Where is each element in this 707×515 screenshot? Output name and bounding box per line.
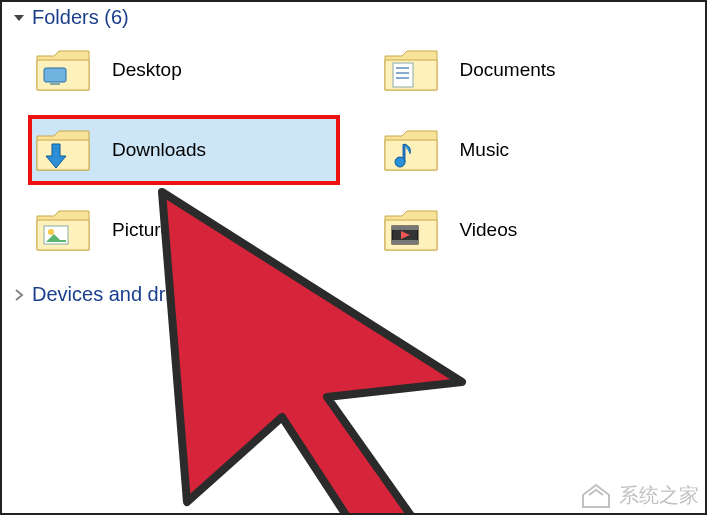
- svg-rect-1: [50, 82, 60, 85]
- folder-item-desktop[interactable]: Desktop: [30, 37, 338, 103]
- collapse-icon: [12, 11, 26, 25]
- watermark-text: 系统之家: [619, 482, 699, 509]
- documents-folder-icon: [382, 46, 440, 94]
- folders-section-header[interactable]: Folders (6): [2, 2, 705, 37]
- videos-folder-icon: [382, 206, 440, 254]
- folder-label: Videos: [460, 219, 518, 241]
- folders-header-label: Folders (6): [32, 6, 129, 29]
- svg-rect-10: [392, 226, 418, 230]
- watermark: 系统之家: [579, 481, 699, 509]
- folder-item-music[interactable]: Music: [378, 117, 686, 183]
- svg-point-6: [395, 157, 405, 167]
- folders-grid: Desktop Documents Downloads: [2, 37, 705, 273]
- desktop-folder-icon: [34, 46, 92, 94]
- svg-rect-11: [392, 240, 418, 244]
- music-folder-icon: [382, 126, 440, 174]
- folder-item-documents[interactable]: Documents: [378, 37, 686, 103]
- folder-label: Desktop: [112, 59, 182, 81]
- folder-item-videos[interactable]: Videos: [378, 197, 686, 263]
- folder-label: Music: [460, 139, 510, 161]
- expand-icon: [12, 288, 26, 302]
- downloads-folder-icon: [34, 126, 92, 174]
- folder-label: Downloads: [112, 139, 206, 161]
- folder-label: Pictures: [112, 219, 181, 241]
- watermark-logo-icon: [579, 481, 613, 509]
- folder-item-downloads[interactable]: Downloads: [30, 117, 338, 183]
- devices-header-label: Devices and drives (2): [32, 283, 231, 306]
- svg-rect-0: [44, 68, 66, 82]
- svg-point-8: [48, 229, 54, 235]
- devices-section-header[interactable]: Devices and drives (2): [2, 279, 705, 314]
- folder-item-pictures[interactable]: Pictures: [30, 197, 338, 263]
- pictures-folder-icon: [34, 206, 92, 254]
- svg-rect-2: [393, 63, 413, 87]
- folder-label: Documents: [460, 59, 556, 81]
